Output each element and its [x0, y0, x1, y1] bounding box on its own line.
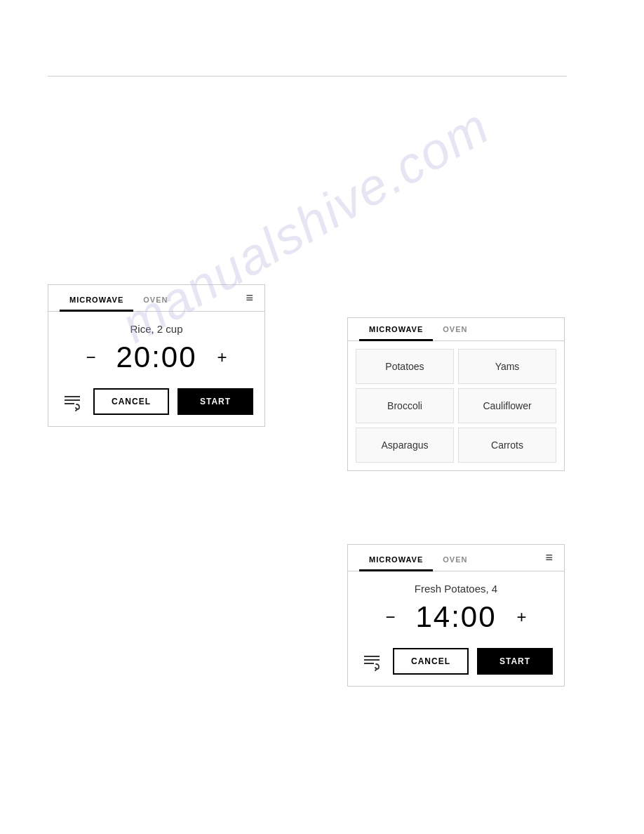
food-label-panel1: Rice, 2 cup — [48, 323, 264, 335]
tab-microwave-panel1[interactable]: MICROWAVE — [60, 289, 133, 312]
cancel-button-panel1[interactable]: CANCEL — [93, 388, 169, 415]
svg-rect-5 — [364, 663, 374, 664]
panel1-tabs: MICROWAVE OVEN ≡ — [48, 285, 264, 312]
food-item-broccoli[interactable]: Broccoli — [356, 388, 454, 423]
panel-rice-timer: MICROWAVE OVEN ≡ Rice, 2 cup − 20:00 + C… — [48, 284, 265, 427]
plus-button-panel1[interactable]: + — [211, 346, 234, 369]
panel3-tabs: MICROWAVE OVEN ≡ — [348, 545, 564, 571]
start-button-panel1[interactable]: START — [177, 388, 253, 415]
svg-rect-2 — [65, 403, 74, 404]
panel3-actions: CANCEL START — [348, 648, 564, 686]
tab-oven-panel1[interactable]: OVEN — [133, 289, 177, 312]
timer-display-panel1: 20:00 — [116, 340, 196, 374]
minus-button-panel3[interactable]: − — [379, 606, 401, 628]
panel-potatoes-timer: MICROWAVE OVEN ≡ Fresh Potatoes, 4 − 14:… — [347, 544, 565, 687]
svg-rect-0 — [65, 396, 80, 397]
timer-row-panel3: − 14:00 + — [348, 600, 564, 634]
tab-oven-panel3[interactable]: OVEN — [433, 548, 477, 571]
panel1-actions: CANCEL START — [48, 388, 264, 426]
food-item-yams[interactable]: Yams — [458, 349, 556, 384]
timer-row-panel1: − 20:00 + — [48, 340, 264, 374]
svg-rect-4 — [364, 659, 380, 661]
svg-rect-1 — [65, 399, 80, 401]
tab-microwave-panel2[interactable]: MICROWAVE — [359, 318, 433, 341]
food-label-panel3: Fresh Potatoes, 4 — [348, 583, 564, 595]
tab-oven-panel2[interactable]: OVEN — [433, 318, 477, 341]
timer-display-panel3: 14:00 — [415, 600, 496, 634]
panel-food-selection: MICROWAVE OVEN Potatoes Yams Broccoli Ca… — [347, 317, 565, 471]
table-icon-panel3[interactable] — [359, 649, 384, 674]
food-grid: Potatoes Yams Broccoli Cauliflower Aspar… — [348, 341, 564, 470]
cancel-button-panel3[interactable]: CANCEL — [393, 648, 469, 675]
plus-button-panel3[interactable]: + — [511, 606, 533, 628]
start-button-panel3[interactable]: START — [477, 648, 553, 675]
top-divider — [48, 76, 567, 77]
panel2-tabs: MICROWAVE OVEN — [348, 318, 564, 341]
food-item-carrots[interactable]: Carrots — [458, 428, 556, 463]
table-icon-panel1[interactable] — [60, 389, 85, 414]
table-svg-panel1 — [62, 392, 82, 411]
table-svg-panel3 — [362, 651, 382, 671]
svg-rect-3 — [364, 656, 380, 657]
food-item-cauliflower[interactable]: Cauliflower — [458, 388, 556, 423]
menu-icon-panel1[interactable]: ≡ — [246, 285, 253, 311]
tab-microwave-panel3[interactable]: MICROWAVE — [359, 548, 433, 571]
food-item-asparagus[interactable]: Asparagus — [356, 428, 454, 463]
minus-button-panel1[interactable]: − — [79, 346, 102, 369]
food-item-potatoes[interactable]: Potatoes — [356, 349, 454, 384]
menu-icon-panel3[interactable]: ≡ — [545, 545, 553, 571]
page-container: manualshive.com MICROWAVE OVEN ≡ Rice, 2… — [0, 0, 644, 834]
